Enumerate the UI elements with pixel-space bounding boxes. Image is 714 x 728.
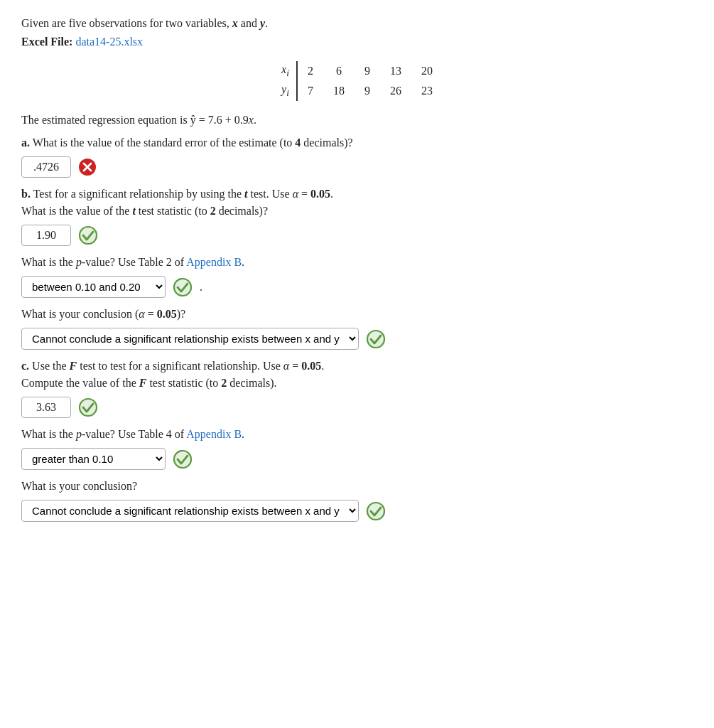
yi-val-1: 7	[297, 81, 323, 101]
part-c-q3: What is your conclusion?	[21, 480, 693, 493]
xi-val-5: 20	[411, 61, 443, 81]
part-c-pvalue-check-icon	[173, 449, 193, 469]
part-a-question: a. What is the value of the standard err…	[21, 136, 693, 149]
part-c-q1: Compute the value of the F test statisti…	[21, 377, 693, 390]
part-b-q2: What is the p-value? Use Table 2 of Appe…	[21, 256, 693, 269]
excel-link[interactable]: data14-25.xlsx	[75, 36, 143, 48]
part-b-t-check-icon	[78, 225, 98, 245]
part-c-pvalue-row: greater than 0.10 less than 0.01 between…	[21, 448, 693, 470]
part-b-intro-text: Test for a significant relationship by u…	[33, 188, 333, 200]
part-b-conclusion-check-icon	[366, 329, 386, 349]
part-c-conclusion-row: Cannot conclude a significant relationsh…	[21, 500, 693, 522]
part-c-pvalue-select[interactable]: greater than 0.10 less than 0.01 between…	[21, 448, 166, 470]
part-c-f-answer-box: 3.63	[21, 397, 71, 418]
part-b-q3: What is your conclusion (α = 0.05)?	[21, 308, 693, 321]
part-b-pvalue-row: between 0.10 and 0.20 less than 0.01 bet…	[21, 276, 693, 298]
data-table-wrap: xi 2 6 9 13 20 yi 7 18 9 26 23	[21, 61, 693, 101]
part-b-pvalue-period: .	[200, 281, 202, 294]
part-b-q1: What is the value of the t test statisti…	[21, 205, 693, 218]
xi-val-1: 2	[297, 61, 323, 81]
part-b-label: b.	[21, 188, 31, 200]
data-table: xi 2 6 9 13 20 yi 7 18 9 26 23	[271, 61, 443, 101]
part-b-intro: b. Test for a significant relationship b…	[21, 188, 693, 200]
part-c-conclusion-check-icon	[366, 501, 386, 521]
part-a-wrong-icon	[78, 158, 97, 176]
part-c-f-check-icon	[78, 397, 98, 417]
yi-val-3: 9	[355, 81, 380, 101]
part-b-t-answer-row: 1.90	[21, 225, 693, 246]
part-b-conclusion-select[interactable]: Cannot conclude a significant relationsh…	[21, 328, 359, 350]
part-c-f-answer-row: 3.63	[21, 397, 693, 418]
yi-val-5: 23	[411, 81, 443, 101]
part-a-answer-box: .4726	[21, 156, 71, 178]
xi-val-3: 9	[355, 61, 380, 81]
part-c-intro-text: Use the F test to test for a significant…	[32, 360, 324, 372]
xi-val-4: 13	[380, 61, 411, 81]
excel-line: Excel File: data14-25.xlsx	[21, 36, 693, 48]
part-a-answer-row: .4726	[21, 156, 693, 178]
xi-val-2: 6	[323, 61, 355, 81]
yi-label: yi	[271, 81, 297, 101]
appendix-b-link-2[interactable]: Appendix B	[186, 428, 242, 440]
intro-text: Given are five observations for two vari…	[21, 17, 693, 30]
part-a-question-text: What is the value of the standard error …	[33, 136, 353, 149]
part-a-label: a.	[21, 136, 30, 149]
part-b-pvalue-select[interactable]: between 0.10 and 0.20 less than 0.01 bet…	[21, 276, 166, 298]
yi-val-2: 18	[323, 81, 355, 101]
part-c-label: c.	[21, 360, 29, 372]
yi-val-4: 26	[380, 81, 411, 101]
var-x: x	[232, 17, 238, 29]
var-y: y	[260, 17, 265, 29]
part-c-intro: c. Use the F test to test for a signific…	[21, 360, 693, 373]
part-b-pvalue-check-icon	[173, 277, 193, 297]
part-c-conclusion-select[interactable]: Cannot conclude a significant relationsh…	[21, 500, 359, 522]
part-b-conclusion-row: Cannot conclude a significant relationsh…	[21, 328, 693, 350]
excel-label: Excel File:	[21, 36, 75, 48]
part-c-q2: What is the p-value? Use Table 4 of Appe…	[21, 428, 693, 441]
xi-label: xi	[271, 61, 297, 81]
part-b-t-answer-box: 1.90	[21, 225, 71, 246]
equation-text: The estimated regression equation is ŷ =…	[21, 114, 693, 127]
appendix-b-link-1[interactable]: Appendix B	[186, 256, 242, 268]
